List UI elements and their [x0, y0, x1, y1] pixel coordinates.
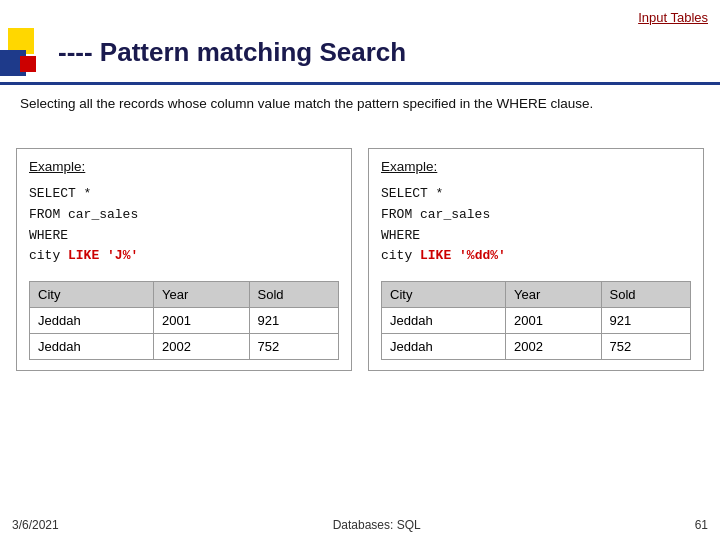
left-example-label: Example: [29, 159, 339, 174]
left-row-2: Jeddah 2002 752 [30, 334, 339, 360]
left-col-city: City [30, 282, 154, 308]
right-sql-value: '%dd%' [451, 248, 506, 263]
left-r2-city: Jeddah [30, 334, 154, 360]
left-example-box: Example: SELECT * FROM car_sales WHERE c… [16, 148, 352, 371]
left-row-1: Jeddah 2001 921 [30, 308, 339, 334]
right-sql-line3: WHERE [381, 226, 691, 247]
right-r2-city: Jeddah [382, 334, 506, 360]
footer-date: 3/6/2021 [12, 518, 59, 532]
left-r2-year: 2002 [154, 334, 249, 360]
right-col-city: City [382, 282, 506, 308]
right-sql-city: city [381, 248, 420, 263]
header-area: ---- Pattern matching Search [0, 28, 720, 76]
right-r2-year: 2002 [506, 334, 601, 360]
footer-page: 61 [695, 518, 708, 532]
left-r1-year: 2001 [154, 308, 249, 334]
right-r2-sold: 752 [601, 334, 691, 360]
color-blocks [0, 28, 48, 76]
right-sql-line1: SELECT * [381, 184, 691, 205]
footer-center: Databases: SQL [333, 518, 421, 532]
footer: 3/6/2021 Databases: SQL 61 [12, 518, 708, 532]
right-sql-line4: city LIKE '%dd%' [381, 246, 691, 267]
left-sql-line3: WHERE [29, 226, 339, 247]
right-r1-city: Jeddah [382, 308, 506, 334]
right-col-year: Year [506, 282, 601, 308]
left-sql-value: 'J%' [99, 248, 138, 263]
left-col-year: Year [154, 282, 249, 308]
blue-divider [0, 82, 720, 85]
right-row-1: Jeddah 2001 921 [382, 308, 691, 334]
left-sql-like: LIKE [68, 248, 99, 263]
right-sql-block: SELECT * FROM car_sales WHERE city LIKE … [381, 184, 691, 267]
left-sql-block: SELECT * FROM car_sales WHERE city LIKE … [29, 184, 339, 267]
right-row-2: Jeddah 2002 752 [382, 334, 691, 360]
red-block [20, 56, 36, 72]
right-sql-like: LIKE [420, 248, 451, 263]
left-sql-line4: city LIKE 'J%' [29, 246, 339, 267]
input-tables-link[interactable]: Input Tables [638, 10, 708, 25]
left-r1-city: Jeddah [30, 308, 154, 334]
left-sql-line2: FROM car_sales [29, 205, 339, 226]
right-col-sold: Sold [601, 282, 691, 308]
page-title: ---- Pattern matching Search [58, 37, 406, 68]
right-r1-year: 2001 [506, 308, 601, 334]
left-sql-city: city [29, 248, 68, 263]
left-sql-line1: SELECT * [29, 184, 339, 205]
left-r1-sold: 921 [249, 308, 339, 334]
right-example-box: Example: SELECT * FROM car_sales WHERE c… [368, 148, 704, 371]
description-text: Selecting all the records whose column v… [20, 94, 700, 114]
left-col-sold: Sold [249, 282, 339, 308]
left-r2-sold: 752 [249, 334, 339, 360]
examples-container: Example: SELECT * FROM car_sales WHERE c… [16, 148, 704, 371]
right-r1-sold: 921 [601, 308, 691, 334]
left-data-table: City Year Sold Jeddah 2001 921 Jeddah 20… [29, 281, 339, 360]
right-sql-line2: FROM car_sales [381, 205, 691, 226]
right-data-table: City Year Sold Jeddah 2001 921 Jeddah 20… [381, 281, 691, 360]
right-example-label: Example: [381, 159, 691, 174]
